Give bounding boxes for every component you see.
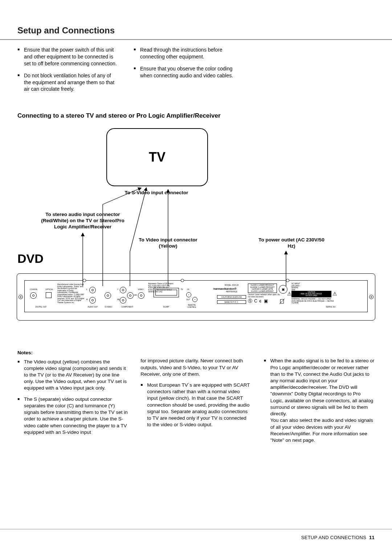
notes-heading: Notes: bbox=[17, 350, 128, 356]
double-insulation-icon: ▣ bbox=[279, 285, 287, 294]
jack-remote-out bbox=[192, 297, 197, 302]
jack-remote-in bbox=[186, 292, 191, 297]
label-pb: PB bbox=[117, 299, 120, 301]
label-digital-out: DIGITAL OUT bbox=[28, 306, 54, 308]
warning-triangle-icon: ⚠ bbox=[287, 291, 292, 297]
label-svideo: S-VIDEO bbox=[100, 306, 117, 308]
title-rule bbox=[0, 39, 392, 40]
note-item: When the audio signal is to be fed to a … bbox=[264, 358, 375, 444]
chassis-screw bbox=[19, 295, 23, 299]
footer-section-label: SETUP AND CONNECTIONS bbox=[301, 535, 366, 540]
jack-y bbox=[120, 287, 126, 293]
laser-caution: Caution: Laser radiation when open. Do n… bbox=[248, 294, 281, 298]
intro-bullet: Ensure that you observe the color coding… bbox=[134, 65, 235, 79]
label-california: CALIFORNIA 91329 USA bbox=[217, 295, 246, 299]
label-component: COMPONENT bbox=[117, 306, 137, 308]
jack-coaxial bbox=[30, 292, 37, 299]
connection-diagram: TV To S-Video input connector To stereo … bbox=[17, 125, 375, 328]
svideo-label: To S-Video input connector bbox=[111, 190, 202, 196]
label-video: VIDEO bbox=[138, 289, 144, 291]
page-title: Setup and Connections bbox=[17, 25, 375, 36]
jack-pr bbox=[127, 292, 134, 299]
chassis-screw bbox=[369, 295, 373, 299]
intro-columns: Ensure that the power switch of this uni… bbox=[17, 46, 375, 98]
panel-screw bbox=[286, 279, 289, 282]
notes-section: Notes: The Video output (yellow) combine… bbox=[17, 350, 375, 448]
dvd-label: DVD bbox=[17, 252, 44, 266]
footer-rule bbox=[0, 529, 392, 530]
note-item: The S (separate) video output connector … bbox=[17, 396, 128, 436]
panel-screw bbox=[181, 279, 184, 282]
label-in: IN bbox=[187, 289, 189, 291]
label-made: MADE IN P. R. C. bbox=[217, 300, 246, 304]
label-scart: SCART bbox=[155, 306, 177, 308]
jack-audio-l bbox=[89, 287, 96, 293]
tv-box: TV bbox=[106, 128, 208, 186]
intro-bullet: Do not block ventilation holes of any of… bbox=[17, 72, 119, 93]
intro-bullet: Ensure that the power switch of this uni… bbox=[17, 46, 119, 67]
label-l: L bbox=[86, 289, 87, 291]
label-model: MODEL: DVD 23 bbox=[217, 284, 246, 286]
label-out: OUT bbox=[186, 299, 190, 301]
serial-label: SERIAL NO. bbox=[326, 306, 336, 308]
label-audio-out: AUDIO OUT bbox=[83, 306, 103, 308]
label-pr: PR bbox=[134, 294, 137, 297]
jack-svideo bbox=[105, 292, 111, 299]
label-scart-tv: TV bbox=[181, 289, 183, 291]
shock-triangle-icon: ⚠ bbox=[332, 291, 337, 297]
footer-page-number: 11 bbox=[369, 535, 375, 540]
brand-label: harman/kardon® bbox=[213, 287, 237, 290]
footer: SETUP AND CONNECTIONS 11 bbox=[301, 535, 375, 540]
scart-connector bbox=[154, 288, 179, 297]
panel-screw bbox=[83, 279, 86, 282]
label-coaxial: COAXIAL bbox=[26, 289, 41, 291]
brand-sub: HK9T00V0Q2 bbox=[217, 291, 246, 293]
caution-box: CAUTION RISK OF ELECTRIC SHOCK DO NOT OP… bbox=[291, 291, 331, 297]
note-item: The Video output (yellow) combines the c… bbox=[17, 359, 128, 392]
jack-optical bbox=[46, 292, 52, 298]
label-y: Y bbox=[117, 289, 118, 291]
note-continuation: for improved picture clarity. Never conn… bbox=[140, 358, 251, 378]
power-label: To power outlet (AC 230V/50 Hz) bbox=[257, 237, 326, 249]
note-item: Most European TV´s are equipped with SCA… bbox=[140, 382, 251, 428]
video-label: To Video input connector (Yellow) bbox=[134, 237, 203, 249]
label-remote: REMOTE CONTROL bbox=[184, 304, 200, 308]
section-subheading: Connecting to a stereo TV and stereo or … bbox=[17, 112, 375, 119]
dolby-fineprint: Manufactured under license from Dolby La… bbox=[57, 284, 85, 304]
cert-icons: Ⓢ C ϵ ▣ bbox=[248, 298, 268, 304]
stereo-audio-label: To stereo audio input connector (Red/Whi… bbox=[37, 212, 128, 230]
laser-class-box: CLASS 1 LASER PRODUCT KLASSE 1 LASER PRO… bbox=[248, 284, 277, 293]
trash-icon bbox=[279, 298, 285, 305]
jack-pb bbox=[120, 297, 126, 304]
caution-sub: WARNING: SHOCK HAZARD — DO NOT OPEN AVIS… bbox=[291, 298, 339, 304]
jack-audio-r bbox=[89, 297, 96, 304]
intro-bullet: Read through the instructions before con… bbox=[134, 46, 235, 60]
label-r: R bbox=[86, 299, 88, 301]
label-optical: OPTICAL bbox=[42, 289, 57, 291]
ac-input-label: AC INPUT 100-240V~ 50/60Hz 30W bbox=[291, 283, 310, 291]
jack-video bbox=[138, 292, 144, 299]
dvd-rear-panel: COAXIAL OPTICAL DIGITAL OUT Manufactured… bbox=[17, 273, 375, 321]
